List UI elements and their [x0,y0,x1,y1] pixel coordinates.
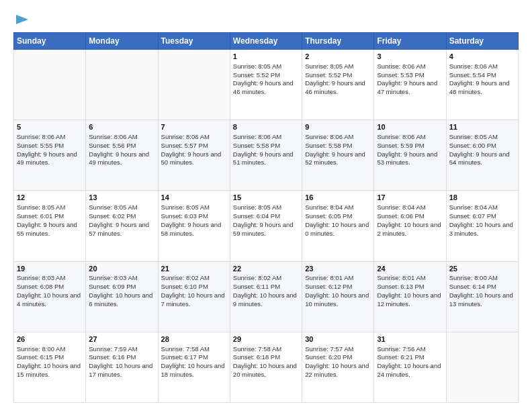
week-row-4: 26Sunrise: 8:00 AMSunset: 6:15 PMDayligh… [14,332,519,402]
day-number: 15 [233,193,299,203]
svg-marker-0 [16,15,28,24]
day-number: 5 [17,122,83,132]
day-number: 20 [89,264,154,274]
day-number: 22 [233,264,299,274]
calendar-table: SundayMondayTuesdayWednesdayThursdayFrid… [13,32,519,403]
calendar-cell: 25Sunrise: 8:00 AMSunset: 6:14 PMDayligh… [446,261,518,332]
day-number: 2 [305,52,371,62]
week-row-3: 19Sunrise: 8:03 AMSunset: 6:08 PMDayligh… [14,261,519,332]
week-row-2: 12Sunrise: 8:05 AMSunset: 6:01 PMDayligh… [14,191,519,261]
calendar-cell: 15Sunrise: 8:05 AMSunset: 6:04 PMDayligh… [230,191,302,261]
day-number: 23 [305,264,371,274]
day-number: 9 [305,122,371,132]
calendar-cell: 3Sunrise: 8:06 AMSunset: 5:53 PMDaylight… [374,50,446,120]
calendar-cell: 10Sunrise: 8:06 AMSunset: 5:59 PMDayligh… [374,120,446,191]
calendar-cell: 21Sunrise: 8:02 AMSunset: 6:10 PMDayligh… [158,261,230,332]
calendar-cell: 22Sunrise: 8:02 AMSunset: 6:11 PMDayligh… [230,261,302,332]
day-number: 14 [161,193,227,203]
day-header-sunday: Sunday [14,33,86,50]
day-number: 28 [161,334,227,345]
day-number: 27 [89,334,154,345]
week-row-0: 1Sunrise: 8:05 AMSunset: 5:52 PMDaylight… [14,50,519,120]
day-number: 16 [305,193,371,203]
day-header-tuesday: Tuesday [158,33,230,50]
day-number: 8 [233,122,299,132]
calendar-cell [446,332,518,402]
days-header-row: SundayMondayTuesdayWednesdayThursdayFrid… [14,33,519,50]
calendar-cell: 29Sunrise: 7:58 AMSunset: 6:18 PMDayligh… [230,332,302,402]
day-number: 6 [89,122,154,132]
calendar-cell: 16Sunrise: 8:04 AMSunset: 6:05 PMDayligh… [302,191,374,261]
day-number: 7 [161,122,227,132]
day-number: 1 [233,52,299,62]
week-row-1: 5Sunrise: 8:06 AMSunset: 5:55 PMDaylight… [14,120,519,191]
calendar-cell: 18Sunrise: 8:04 AMSunset: 6:07 PMDayligh… [446,191,518,261]
calendar-cell: 11Sunrise: 8:05 AMSunset: 6:00 PMDayligh… [446,120,518,191]
day-number: 19 [17,264,83,274]
calendar-cell: 2Sunrise: 8:05 AMSunset: 5:52 PMDaylight… [302,50,374,120]
day-number: 21 [161,264,227,274]
header [13,12,519,27]
calendar-cell: 27Sunrise: 7:59 AMSunset: 6:16 PMDayligh… [86,332,158,402]
calendar-cell [86,50,158,120]
day-number: 4 [449,52,515,62]
calendar-cell: 20Sunrise: 8:03 AMSunset: 6:09 PMDayligh… [86,261,158,332]
calendar-cell: 26Sunrise: 8:00 AMSunset: 6:15 PMDayligh… [14,332,86,402]
day-number: 24 [377,264,443,274]
calendar-cell: 23Sunrise: 8:01 AMSunset: 6:12 PMDayligh… [302,261,374,332]
day-number: 12 [17,193,83,203]
calendar-cell [158,50,230,120]
calendar-cell: 6Sunrise: 8:06 AMSunset: 5:56 PMDaylight… [86,120,158,191]
logo-flag-icon [15,12,30,27]
day-number: 31 [377,334,443,345]
day-number: 26 [17,334,83,345]
calendar-cell: 4Sunrise: 8:06 AMSunset: 5:54 PMDaylight… [446,50,518,120]
day-number: 29 [233,334,299,345]
calendar-cell [14,50,86,120]
day-header-saturday: Saturday [446,33,518,50]
calendar-cell: 13Sunrise: 8:05 AMSunset: 6:02 PMDayligh… [86,191,158,261]
calendar-cell: 1Sunrise: 8:05 AMSunset: 5:52 PMDaylight… [230,50,302,120]
calendar-cell: 14Sunrise: 8:05 AMSunset: 6:03 PMDayligh… [158,191,230,261]
calendar-cell: 9Sunrise: 8:06 AMSunset: 5:58 PMDaylight… [302,120,374,191]
calendar-cell: 5Sunrise: 8:06 AMSunset: 5:55 PMDaylight… [14,120,86,191]
logo [13,12,30,27]
calendar-cell: 31Sunrise: 7:56 AMSunset: 6:21 PMDayligh… [374,332,446,402]
calendar-cell: 28Sunrise: 7:58 AMSunset: 6:17 PMDayligh… [158,332,230,402]
calendar-cell: 12Sunrise: 8:05 AMSunset: 6:01 PMDayligh… [14,191,86,261]
day-number: 17 [377,193,443,203]
calendar-cell: 7Sunrise: 8:06 AMSunset: 5:57 PMDaylight… [158,120,230,191]
day-number: 10 [377,122,443,132]
day-number: 13 [89,193,154,203]
calendar-cell: 24Sunrise: 8:01 AMSunset: 6:13 PMDayligh… [374,261,446,332]
day-header-thursday: Thursday [302,33,374,50]
day-header-friday: Friday [374,33,446,50]
day-number: 3 [377,52,443,62]
day-number: 11 [449,122,515,132]
day-number: 18 [449,193,515,203]
calendar-cell: 8Sunrise: 8:06 AMSunset: 5:58 PMDaylight… [230,120,302,191]
page: SundayMondayTuesdayWednesdayThursdayFrid… [0,0,532,411]
calendar-cell: 19Sunrise: 8:03 AMSunset: 6:08 PMDayligh… [14,261,86,332]
calendar-cell: 17Sunrise: 8:04 AMSunset: 6:06 PMDayligh… [374,191,446,261]
day-number: 25 [449,264,515,274]
day-number: 30 [305,334,371,345]
day-header-wednesday: Wednesday [230,33,302,50]
calendar-cell: 30Sunrise: 7:57 AMSunset: 6:20 PMDayligh… [302,332,374,402]
day-header-monday: Monday [86,33,158,50]
